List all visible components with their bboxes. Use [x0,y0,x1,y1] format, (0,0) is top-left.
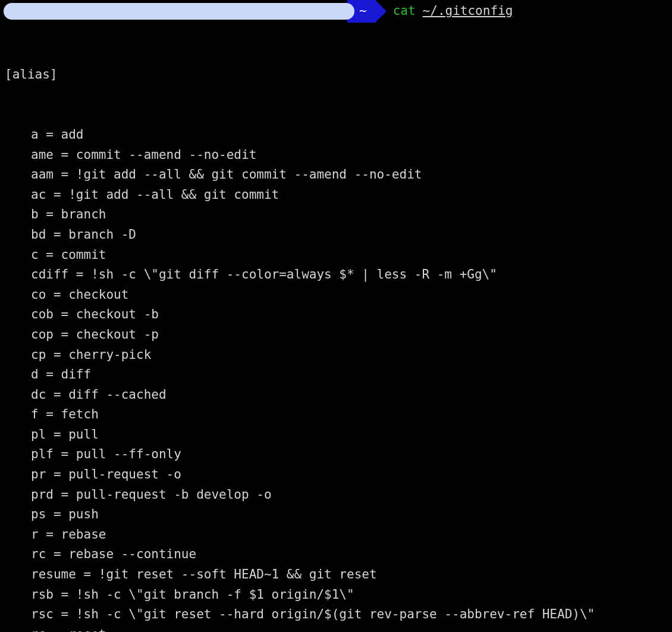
alias-entry: co = checkout [5,285,672,305]
alias-entry: plf = pull --ff-only [5,445,672,465]
alias-entry: a = add [5,125,672,145]
command-name: cat [393,1,416,21]
alias-entry: cop = checkout -p [5,325,672,345]
alias-entry: pl = pull [5,425,672,445]
alias-entry: ac = !git add --all && git commit [5,185,672,205]
alias-entry: cob = checkout -b [5,305,672,325]
cwd-symbol: ~ [359,1,367,21]
alias-list: a = addame = commit --amend --no-editaam… [5,125,672,632]
alias-entry: c = commit [5,245,672,265]
alias-entry: b = branch [5,205,672,225]
redacted-user-host [4,3,354,20]
shell-prompt[interactable]: ~ cat ~/.gitconfig [0,0,672,23]
alias-entry: pr = pull-request -o [5,465,672,485]
alias-entry: dc = diff --cached [5,385,672,405]
alias-entry: d = diff [5,365,672,385]
command-argument: ~/.gitconfig [423,1,513,21]
alias-entry: rs = reset [5,625,672,632]
alias-entry: cp = cherry-pick [5,345,672,365]
alias-entry: r = rebase [5,525,672,545]
alias-entry: resume = !git reset --soft HEAD~1 && git… [5,565,672,585]
alias-entry: rsc = !sh -c \"git reset --hard origin/$… [5,605,672,625]
config-section-header: [alias] [5,65,672,85]
alias-entry: bd = branch -D [5,225,672,245]
alias-entry: ps = push [5,505,672,525]
alias-entry: ame = commit --amend --no-edit [5,145,672,165]
alias-entry: f = fetch [5,405,672,425]
alias-entry: rsb = !sh -c \"git branch -f $1 origin/$… [5,585,672,605]
alias-entry: rc = rebase --continue [5,545,672,565]
command-input-area[interactable]: cat ~/.gitconfig [393,1,513,21]
alias-entry: prd = pull-request -b develop -o [5,485,672,505]
file-output: [alias] a = addame = commit --amend --no… [0,23,672,632]
alias-entry: cdiff = !sh -c \"git diff --color=always… [5,265,672,285]
alias-entry: aam = !git add --all && git commit --ame… [5,165,672,185]
